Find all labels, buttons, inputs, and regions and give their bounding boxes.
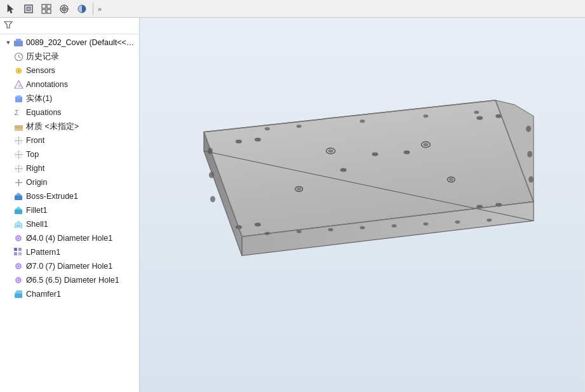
svg-rect-1 [27, 7, 30, 11]
svg-point-75 [403, 151, 410, 154]
tree-item-sensors[interactable]: Sensors [0, 64, 139, 78]
selection-icon [24, 4, 34, 14]
root-label: 0089_202_Cover (Default<<Default [26, 38, 135, 47]
feature-icon [41, 4, 51, 14]
right-expand [4, 164, 13, 173]
svg-point-98 [209, 172, 214, 179]
svg-rect-5 [47, 10, 51, 13]
svg-point-97 [208, 148, 213, 154]
selection-tool-button[interactable] [20, 1, 37, 17]
top-expand [4, 150, 13, 159]
svg-point-88 [328, 228, 333, 231]
view-tool-button[interactable] [74, 1, 90, 17]
tree-item-material[interactable]: 材质 <未指定> [0, 119, 139, 133]
svg-point-101 [297, 125, 302, 128]
root-expand-icon: ▼ [4, 38, 13, 47]
svg-text:A: A [18, 84, 21, 88]
filter-bar [0, 18, 139, 34]
origin-label: Origin [26, 178, 47, 187]
svg-point-93 [487, 219, 492, 222]
boss-extrude1-icon [13, 191, 24, 202]
svg-marker-39 [15, 193, 22, 196]
svg-point-78 [328, 149, 333, 152]
svg-line-16 [18, 57, 20, 58]
tree-item-equations[interactable]: Σ Equations [0, 105, 139, 119]
svg-point-94 [526, 126, 531, 132]
svg-rect-40 [15, 210, 22, 214]
target-icon [59, 4, 69, 14]
tree-item-hole1[interactable]: Ø4.0 (4) Diameter Hole1 [0, 231, 139, 245]
equations-label: Equations [26, 108, 62, 117]
svg-point-18 [18, 70, 20, 72]
pointer-icon [6, 4, 16, 14]
origin-icon [13, 177, 24, 188]
svg-point-96 [528, 177, 534, 183]
shell1-icon [13, 219, 24, 230]
svg-point-90 [391, 224, 396, 227]
tree-item-top[interactable]: Top [0, 147, 139, 161]
material-expand [4, 122, 13, 131]
3d-viewport[interactable] [140, 18, 585, 392]
tree-item-fillet1[interactable]: Fillet1 [0, 203, 139, 217]
fillet1-expand [4, 206, 13, 215]
feature-tree: ▼ 0089_202_Cover (Default<<Default [0, 34, 139, 392]
annotations-icon: A [13, 79, 24, 90]
svg-point-57 [18, 280, 19, 281]
svg-point-95 [527, 151, 532, 158]
svg-rect-48 [14, 248, 17, 251]
svg-point-84 [449, 178, 454, 180]
tree-item-boss-extrude1[interactable]: Boss-Extrude1 [0, 189, 139, 203]
svg-rect-2 [42, 4, 46, 8]
shell1-expand [4, 220, 13, 229]
view-icon [77, 4, 87, 14]
tree-item-front[interactable]: Front [0, 133, 139, 147]
svg-rect-13 [16, 39, 21, 42]
lpattern1-label: LPattern1 [26, 248, 60, 257]
svg-point-71 [476, 116, 483, 120]
target-tool-button[interactable] [56, 1, 72, 17]
tree-item-solid[interactable]: 实体(1) [0, 91, 139, 105]
sensors-icon [13, 65, 24, 76]
main-area: ▼ 0089_202_Cover (Default<<Default [0, 18, 585, 392]
boss-extrude1-label: Boss-Extrude1 [26, 192, 78, 201]
svg-point-66 [236, 140, 242, 144]
svg-rect-49 [18, 248, 22, 251]
svg-marker-59 [15, 290, 22, 294]
feature-tree-panel: ▼ 0089_202_Cover (Default<<Default [0, 18, 140, 392]
front-expand [4, 136, 13, 145]
svg-point-102 [360, 119, 365, 123]
hole3-label: Ø6.5 (6.5) Diameter Hole1 [26, 276, 119, 285]
tree-item-chamfer1[interactable]: Chamfer1 [0, 287, 139, 301]
chamfer1-expand [4, 290, 13, 299]
toolbar-more-button[interactable]: » [96, 5, 104, 13]
tree-item-annotations[interactable]: A Annotations [0, 78, 139, 91]
hole1-icon [13, 233, 24, 244]
origin-expand [4, 178, 13, 187]
tree-item-hole2[interactable]: Ø7.0 (7) Diameter Hole1 [0, 259, 139, 273]
top-label: Top [26, 150, 39, 159]
tree-item-hole3[interactable]: Ø6.5 (6.5) Diameter Hole1 [0, 273, 139, 287]
svg-rect-22 [17, 95, 21, 98]
material-icon [13, 121, 24, 132]
hole2-label: Ø7.0 (7) Diameter Hole1 [26, 262, 112, 271]
sensors-label: Sensors [26, 66, 55, 75]
feature-tool-button[interactable] [38, 1, 55, 17]
tree-item-origin[interactable]: Origin [0, 175, 139, 189]
tree-item-history[interactable]: 历史记录 [0, 50, 139, 64]
svg-point-103 [423, 114, 428, 118]
solid-icon [13, 93, 24, 104]
tree-item-lpattern1[interactable]: LPattern1 [0, 245, 139, 259]
tree-item-shell1[interactable]: Shell1 [0, 217, 139, 231]
svg-rect-58 [15, 294, 22, 298]
tree-root-item[interactable]: ▼ 0089_202_Cover (Default<<Default [0, 36, 139, 50]
chamfer1-icon [13, 288, 24, 300]
svg-rect-38 [15, 196, 22, 200]
svg-rect-51 [18, 252, 22, 255]
front-plane-icon [13, 135, 24, 146]
toolbar-separator [93, 3, 93, 15]
pointer-tool-button[interactable] [3, 1, 19, 17]
3d-part-view [140, 18, 585, 392]
fillet1-label: Fillet1 [26, 206, 47, 215]
tree-item-right[interactable]: Right [0, 161, 139, 175]
chamfer1-label: Chamfer1 [26, 290, 61, 299]
